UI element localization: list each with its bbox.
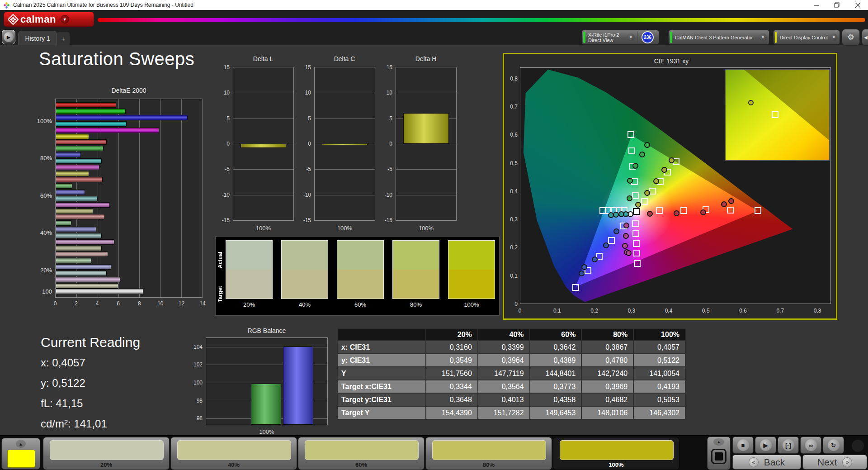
deltae-bar [56, 165, 99, 170]
table-cell: 154,4390 [426, 406, 478, 419]
play-button[interactable]: ▶ [755, 437, 776, 454]
restore-button[interactable] [826, 0, 847, 10]
meter-dropdown[interactable]: X-Rite i1Pro 2 Direct View ▼ 236 [581, 30, 659, 45]
calman-menu-button[interactable]: calman ▼ [4, 12, 94, 27]
cie-1931-panel[interactable]: CIE 1931 xy 00,10,20,30,40,50,60,70,800,… [503, 53, 837, 320]
y-tick-label: 0 [226, 141, 230, 147]
meter-name: X-Rite i1Pro 2 [588, 32, 624, 38]
cie-x-tick: 0,4 [665, 308, 673, 314]
cie-measured-marker-red [674, 210, 679, 216]
table-cell: 0,3642 [530, 341, 582, 354]
current-reading-values: x: 0,4057y: 0,5122fL: 41,15cd/m²: 141,01 [41, 356, 107, 438]
swatch-target [448, 270, 495, 299]
pattern-generator-dropdown[interactable]: CalMAN Client 3 Pattern Generator ▼ [668, 30, 769, 45]
current-reading-line: fL: 41,15 [41, 397, 107, 410]
current-reading-title: Current Reading [41, 335, 140, 350]
swatch-actual [393, 241, 439, 270]
table-cell: 0,3648 [426, 393, 478, 406]
refresh-button[interactable]: ↻ [823, 437, 844, 454]
cie-x-tick: 0 [519, 308, 522, 314]
tab-history-1[interactable]: History 1 [18, 31, 57, 45]
current-reading-line: cd/m²: 141,01 [41, 418, 107, 430]
pattern-window-button[interactable]: ▲ [1, 438, 40, 470]
pattern-display-toggle[interactable]: ▲ [707, 437, 731, 470]
minimize-button[interactable] [806, 0, 826, 10]
cie-target-marker-green [632, 192, 639, 199]
y-tick-label: 10 [224, 90, 230, 96]
pattern-chip-label: 40% [171, 461, 297, 468]
cie-measured-marker-green [639, 152, 645, 157]
stop-button[interactable]: ■ [732, 437, 754, 454]
chevron-down-icon: ▼ [627, 33, 635, 41]
app-icon [3, 2, 10, 9]
gridline [396, 169, 456, 170]
table-cell: 149,6453 [530, 406, 582, 419]
gridline [315, 169, 375, 170]
rgb-balance-title: RGB Balance [248, 327, 286, 334]
add-tab-button[interactable]: + [57, 32, 70, 45]
deltae-bar [56, 158, 102, 164]
back-button[interactable]: « Back [732, 455, 801, 470]
deltae-bar [56, 264, 111, 270]
display-control-dropdown[interactable]: Direct Display Control ▼ [773, 30, 840, 45]
pattern-bar: ▲ 20%40%60%80%100% ▲ ■▶[·]∞↻ « Back Next… [0, 435, 868, 470]
stop-icon: ■ [737, 439, 749, 451]
pattern-swatch-button-60%[interactable]: 60% [298, 437, 425, 470]
pattern-swatch-button-20%[interactable]: 20% [43, 437, 170, 470]
deltae-bar [56, 152, 81, 157]
settings-button[interactable]: ⚙ [842, 29, 860, 46]
chevron-up-icon: ▲ [16, 440, 26, 448]
gridline [315, 195, 375, 195]
cie-x-tick: 0,2 [590, 308, 598, 314]
table-cell: 0,3773 [530, 380, 582, 393]
deltae-group-label: 100% [29, 118, 52, 124]
swatch-compare-panel: Actual Target 20%40%60%80%100% [215, 236, 500, 316]
loop-icon: ∞ [805, 439, 817, 451]
table-header-cell: 80% [581, 329, 633, 341]
step-button[interactable]: [·] [778, 437, 799, 454]
cie-measured-marker-magenta [623, 223, 629, 228]
display-control-label: Direct Display Control [777, 35, 830, 40]
current-reading-line: x: 0,4057 [41, 356, 107, 369]
swatch-actual [226, 241, 272, 270]
swatch-label: 60% [337, 301, 384, 308]
next-button[interactable]: Next » [802, 455, 867, 470]
y-tick-label: 5 [308, 115, 311, 122]
cie-target-marker-green [627, 131, 634, 138]
cie-target-marker-magenta [632, 230, 639, 237]
gridline [233, 93, 293, 93]
history-nav-button[interactable]: ▶ [2, 30, 15, 44]
x-tick-label: 8 [138, 300, 141, 307]
collapse-panel-button[interactable]: ◀ [862, 29, 868, 46]
deltae-bar [56, 227, 96, 232]
pattern-swatch-button-40%[interactable]: 40% [170, 437, 297, 470]
loop-button[interactable]: ∞ [800, 437, 821, 454]
cie-target-marker-blue [572, 284, 579, 291]
pattern-swatch-button-80%[interactable]: 80% [425, 437, 552, 470]
x-axis-label: 100% [259, 428, 274, 435]
y-tick-label: 15 [224, 64, 230, 71]
table-row: Y151,7560147,7119144,8401142,7240141,005… [337, 367, 685, 380]
y-tick-label: 96 [197, 415, 203, 422]
cie-measured-marker-yellow [635, 202, 641, 208]
swatch-target [393, 270, 439, 299]
pattern-swatch-button-100%[interactable]: 100% [553, 437, 679, 470]
gridline [233, 195, 293, 195]
close-icon[interactable] [847, 0, 868, 10]
cie-y-tick: 0,1 [510, 273, 518, 279]
table-row: x: CIE310,31600,33990,36420,38670,4057 [337, 341, 685, 354]
double-chevron-right-icon: » [842, 457, 852, 467]
deltae-group: 40% [56, 214, 202, 251]
meter-count-badge[interactable]: 236 [642, 31, 654, 43]
deltae-bar [56, 252, 108, 257]
swatch-actual [448, 241, 495, 270]
rgb-bar-green [251, 384, 281, 425]
deltae-bar [56, 102, 116, 108]
table-cell: 0,3564 [478, 380, 530, 393]
refresh-icon: ↻ [828, 439, 840, 451]
deltae-bar [56, 109, 126, 114]
calman-logo-text: calman [20, 14, 56, 25]
deltae-bar [56, 214, 105, 219]
deltae-bar [56, 115, 188, 120]
swatch-column: 80% [392, 240, 439, 308]
